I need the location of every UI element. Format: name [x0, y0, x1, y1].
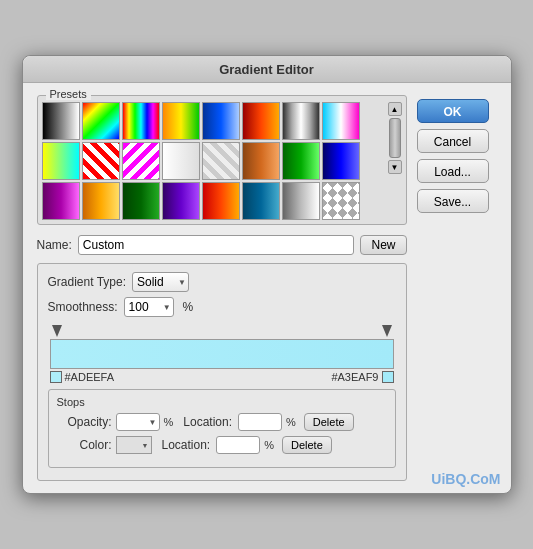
smoothness-label: Smoothness:	[48, 300, 118, 314]
gradient-editor-dialog: Gradient Editor Presets	[22, 55, 512, 494]
opacity-delete-button[interactable]: Delete	[304, 413, 354, 431]
presets-scrollbar[interactable]: ▲ ▼	[388, 102, 402, 220]
preset-swatch[interactable]	[82, 142, 120, 180]
left-stop-indicator[interactable]	[52, 325, 62, 337]
gradient-preview-bar[interactable]	[50, 339, 394, 369]
preset-swatch[interactable]	[42, 182, 80, 220]
opacity-label: Opacity:	[57, 415, 112, 429]
presets-grid	[42, 102, 386, 220]
preset-swatch[interactable]	[322, 182, 360, 220]
opacity-location-label: Location:	[183, 415, 232, 429]
gradient-options-group: Gradient Type: Solid Noise ▼ Smoothness:	[37, 263, 407, 481]
preset-swatch[interactable]	[242, 142, 280, 180]
color-stop-right: #A3EAF9	[331, 371, 393, 383]
left-panel: Presets	[37, 95, 407, 481]
scroll-down-arrow[interactable]: ▼	[388, 160, 402, 174]
gradient-type-label: Gradient Type:	[48, 275, 127, 289]
preset-swatch[interactable]	[322, 142, 360, 180]
gradient-bar-area: #ADEEFA #A3EAF9	[48, 325, 396, 383]
color-location-pct: %	[264, 439, 274, 451]
scroll-thumb[interactable]	[389, 118, 401, 158]
preset-swatch[interactable]	[82, 182, 120, 220]
name-row: Name: New	[37, 235, 407, 255]
preset-swatch[interactable]	[42, 102, 80, 140]
gradient-color-labels: #ADEEFA #A3EAF9	[48, 369, 396, 383]
gradient-type-select[interactable]: Solid Noise	[132, 272, 189, 292]
scroll-up-arrow[interactable]: ▲	[388, 102, 402, 116]
right-panel: OK Cancel Load... Save...	[417, 95, 497, 481]
color-location-label: Location:	[162, 438, 211, 452]
name-label: Name:	[37, 238, 72, 252]
color-stop-row: Color: ▼ Location: % Delete	[57, 436, 387, 454]
dialog-title: Gradient Editor	[23, 56, 511, 83]
opacity-input[interactable]	[116, 413, 160, 431]
color-swatch-wrapper: ▼	[116, 436, 152, 454]
opacity-location-input[interactable]	[238, 413, 282, 431]
new-button[interactable]: New	[360, 235, 406, 255]
gradient-type-row: Gradient Type: Solid Noise ▼	[48, 272, 396, 292]
ok-button[interactable]: OK	[417, 99, 489, 123]
smoothness-input[interactable]	[124, 297, 174, 317]
right-stop-indicator[interactable]	[382, 325, 392, 337]
opacity-pct: %	[164, 416, 174, 428]
load-button[interactable]: Load...	[417, 159, 489, 183]
preset-swatch[interactable]	[122, 182, 160, 220]
stops-group: Stops Opacity: ▼ % Location: % Delete	[48, 389, 396, 468]
preset-swatch[interactable]	[82, 102, 120, 140]
preset-swatch[interactable]	[322, 102, 360, 140]
right-color-value: #A3EAF9	[331, 371, 378, 383]
left-color-value: #ADEEFA	[65, 371, 115, 383]
cancel-button[interactable]: Cancel	[417, 129, 489, 153]
preset-swatch[interactable]	[282, 102, 320, 140]
left-color-swatch[interactable]	[50, 371, 62, 383]
stops-label: Stops	[57, 396, 387, 408]
preset-swatch[interactable]	[122, 142, 160, 180]
preset-swatch[interactable]	[282, 142, 320, 180]
color-swatch[interactable]: ▼	[116, 436, 152, 454]
preset-swatch[interactable]	[162, 142, 200, 180]
preset-swatch[interactable]	[242, 182, 280, 220]
right-color-swatch[interactable]	[382, 371, 394, 383]
smoothness-unit: %	[183, 300, 194, 314]
preset-swatch[interactable]	[162, 102, 200, 140]
watermark: UiBQ.CoM	[431, 471, 500, 487]
presets-label: Presets	[46, 88, 91, 100]
smoothness-input-wrapper: ▼	[124, 297, 174, 317]
preset-swatch[interactable]	[242, 102, 280, 140]
color-location-input[interactable]	[216, 436, 260, 454]
opacity-stop-row: Opacity: ▼ % Location: % Delete	[57, 413, 387, 431]
preset-swatch[interactable]	[122, 102, 160, 140]
presets-scroll-area: ▲ ▼	[42, 102, 402, 220]
save-button[interactable]: Save...	[417, 189, 489, 213]
color-swatch-chevron-icon: ▼	[142, 442, 149, 449]
preset-swatch[interactable]	[162, 182, 200, 220]
preset-swatch[interactable]	[202, 142, 240, 180]
gradient-type-select-wrapper: Solid Noise ▼	[132, 272, 189, 292]
color-label: Color:	[57, 438, 112, 452]
opacity-location-pct: %	[286, 416, 296, 428]
color-stop-left: #ADEEFA	[50, 371, 115, 383]
opacity-input-wrapper: ▼	[116, 413, 160, 431]
preset-swatch[interactable]	[282, 182, 320, 220]
preset-swatch[interactable]	[202, 102, 240, 140]
preset-swatch[interactable]	[42, 142, 80, 180]
preset-swatch[interactable]	[202, 182, 240, 220]
name-input[interactable]	[78, 235, 355, 255]
smoothness-row: Smoothness: ▼ %	[48, 297, 396, 317]
color-delete-button[interactable]: Delete	[282, 436, 332, 454]
presets-group: Presets	[37, 95, 407, 225]
